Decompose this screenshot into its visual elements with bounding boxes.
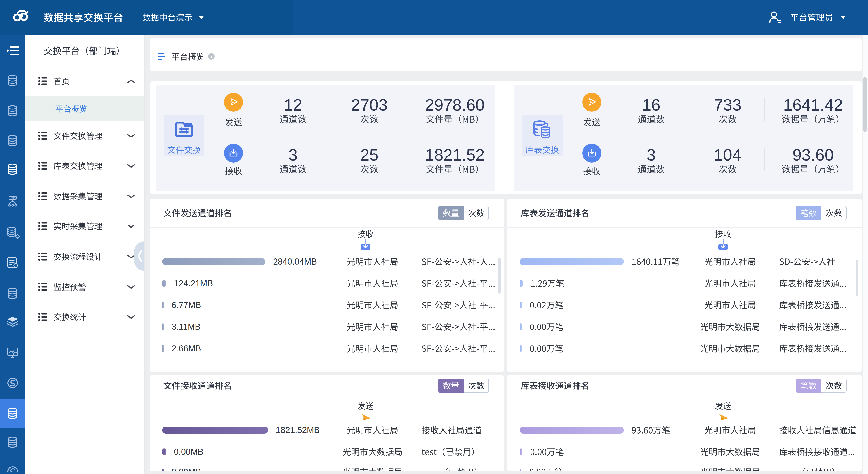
svg-text:DATA: DATA <box>10 197 16 199</box>
